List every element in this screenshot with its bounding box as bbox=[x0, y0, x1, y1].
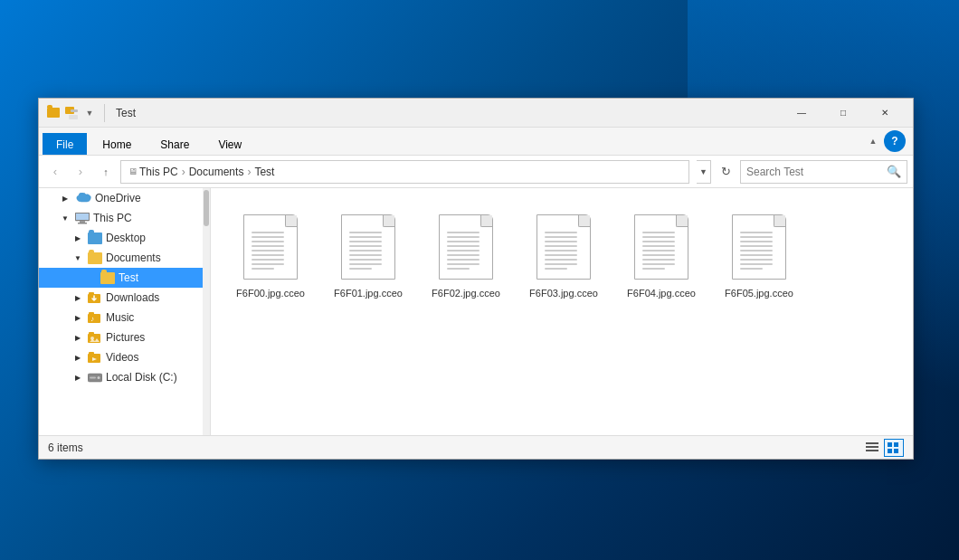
svg-text:♪: ♪ bbox=[90, 315, 94, 323]
details-view-button[interactable] bbox=[862, 439, 882, 457]
onedrive-icon bbox=[75, 193, 91, 204]
refresh-button[interactable]: ↻ bbox=[715, 161, 736, 183]
expand-arrow-music: ▶ bbox=[71, 311, 84, 324]
file-name-f6f00: F6F00.jpg.cceo bbox=[236, 287, 305, 299]
title-dropdown-icon[interactable]: ▼ bbox=[82, 106, 97, 120]
sidebar-scroll: ▶ OneDrive ▼ This PC bbox=[39, 188, 210, 435]
window-title: Test bbox=[116, 107, 781, 119]
titlebar-icon-group: ▼ bbox=[46, 104, 109, 122]
expand-arrow-localdisk: ▶ bbox=[71, 371, 84, 384]
sidebar-scrollbar[interactable] bbox=[203, 188, 210, 435]
sidebar-label-downloads: Downloads bbox=[106, 291, 159, 304]
expand-arrow-onedrive: ▶ bbox=[59, 192, 71, 204]
svg-rect-18 bbox=[866, 442, 878, 444]
up-button[interactable]: ↑ bbox=[95, 161, 117, 183]
pc-icon bbox=[75, 213, 90, 224]
large-icons-view-button[interactable] bbox=[884, 439, 904, 457]
file-item-f6f00[interactable]: F6F00.jpg.cceo bbox=[225, 203, 316, 308]
file-name-f6f05: F6F05.jpg.cceo bbox=[725, 287, 793, 299]
file-item-f6f02[interactable]: F6F02.jpg.cceo bbox=[421, 203, 511, 308]
expand-arrow-test bbox=[84, 271, 97, 284]
sidebar-item-documents[interactable]: ▼ Documents bbox=[39, 248, 210, 268]
file-icon-wrapper-f6f05 bbox=[727, 211, 791, 283]
file-explorer-window: ▼ Test — □ ✕ File Home Share View ▲ ? bbox=[38, 98, 914, 460]
svg-rect-3 bbox=[78, 223, 87, 224]
sidebar-label-videos: Videos bbox=[106, 351, 138, 364]
svg-rect-2 bbox=[80, 221, 85, 223]
svg-rect-19 bbox=[866, 446, 878, 448]
sidebar-item-pictures[interactable]: ▶ Pictures bbox=[39, 327, 210, 347]
path-segment-thispc: 🖥 This PC › bbox=[128, 166, 189, 178]
svg-rect-24 bbox=[894, 449, 898, 453]
maximize-button[interactable]: □ bbox=[822, 99, 864, 128]
sidebar: ▶ OneDrive ▼ This PC bbox=[39, 188, 211, 435]
sidebar-label-thispc: This PC bbox=[93, 212, 132, 224]
search-box: 🔍 bbox=[740, 160, 907, 184]
sidebar-label-onedrive: OneDrive bbox=[95, 192, 141, 204]
file-area: F6F00.jpg.cceo bbox=[211, 188, 913, 435]
sidebar-scrollbar-thumb[interactable] bbox=[204, 190, 209, 226]
back-button[interactable]: ‹ bbox=[44, 161, 66, 183]
expand-arrow-documents: ▼ bbox=[71, 252, 84, 264]
test-folder-icon bbox=[100, 272, 115, 284]
path-dropdown-button[interactable]: ▼ bbox=[697, 160, 711, 184]
file-item-f6f04[interactable]: F6F04.jpg.cceo bbox=[616, 203, 707, 308]
minimize-button[interactable]: — bbox=[781, 99, 822, 128]
sidebar-item-test[interactable]: Test bbox=[39, 268, 210, 288]
file-icon-wrapper-f6f04 bbox=[630, 211, 693, 283]
ribbon: File Home Share View ▲ ? bbox=[39, 128, 913, 156]
titlebar: ▼ Test — □ ✕ bbox=[39, 99, 913, 128]
sidebar-label-desktop: Desktop bbox=[106, 232, 146, 244]
file-item-f6f03[interactable]: F6F03.jpg.cceo bbox=[518, 203, 609, 308]
tab-file[interactable]: File bbox=[43, 133, 87, 155]
expand-arrow-downloads: ▶ bbox=[71, 291, 84, 304]
tab-share[interactable]: Share bbox=[147, 133, 203, 155]
expand-arrow-desktop: ▶ bbox=[71, 232, 84, 244]
svg-rect-10 bbox=[89, 332, 94, 335]
svg-rect-21 bbox=[888, 442, 892, 447]
svg-rect-23 bbox=[888, 449, 892, 453]
sidebar-item-downloads[interactable]: ▶ Downloads bbox=[39, 288, 210, 308]
statusbar: 6 items bbox=[39, 435, 913, 459]
path-segment-test: Test bbox=[254, 166, 274, 178]
addressbar: ‹ › ↑ 🖥 This PC › Documents › Test ▼ bbox=[39, 156, 913, 188]
file-icon-wrapper-f6f00 bbox=[239, 211, 302, 283]
forward-button[interactable]: › bbox=[70, 161, 91, 183]
file-item-f6f01[interactable]: F6F01.jpg.cceo bbox=[323, 203, 413, 308]
file-icon-wrapper-f6f01 bbox=[337, 211, 400, 283]
search-icon[interactable]: 🔍 bbox=[886, 163, 901, 181]
file-icon-wrapper-f6f03 bbox=[532, 211, 595, 283]
svg-rect-20 bbox=[866, 450, 878, 451]
path-segment-documents: Documents › bbox=[189, 166, 255, 178]
sidebar-label-documents: Documents bbox=[106, 252, 161, 264]
svg-rect-17 bbox=[90, 376, 96, 378]
title-folder-icon bbox=[46, 106, 61, 120]
tab-view[interactable]: View bbox=[204, 133, 255, 155]
file-doc-icon-f6f03 bbox=[536, 214, 591, 280]
expand-arrow-videos: ▶ bbox=[71, 351, 84, 364]
close-button[interactable]: ✕ bbox=[864, 99, 906, 128]
search-input[interactable] bbox=[746, 166, 882, 178]
sidebar-item-localdisk[interactable]: ▶ Local Disk (C:) bbox=[39, 367, 210, 387]
sidebar-label-test: Test bbox=[119, 271, 138, 284]
svg-rect-13 bbox=[89, 352, 94, 355]
sidebar-item-onedrive[interactable]: ▶ OneDrive bbox=[39, 188, 210, 208]
sidebar-item-videos[interactable]: ▶ Videos bbox=[39, 347, 210, 367]
help-button[interactable]: ? bbox=[884, 130, 906, 152]
status-count: 6 items bbox=[48, 441, 83, 454]
file-item-f6f05[interactable]: F6F05.jpg.cceo bbox=[714, 203, 804, 308]
sidebar-item-desktop[interactable]: ▶ Desktop bbox=[39, 228, 210, 248]
ribbon-collapse-btn[interactable]: ▲ bbox=[862, 134, 884, 148]
window-controls: — □ ✕ bbox=[781, 99, 906, 128]
titlebar-separator bbox=[104, 104, 105, 122]
sidebar-item-music[interactable]: ▶ ♪ Music bbox=[39, 308, 210, 327]
svg-point-16 bbox=[98, 376, 100, 379]
sidebar-item-thispc[interactable]: ▼ This PC bbox=[39, 208, 210, 228]
view-buttons bbox=[862, 439, 904, 457]
file-doc-icon-f6f01 bbox=[341, 214, 395, 280]
address-path-bar[interactable]: 🖥 This PC › Documents › Test bbox=[120, 160, 689, 184]
file-name-f6f02: F6F02.jpg.cceo bbox=[432, 287, 500, 299]
tab-home[interactable]: Home bbox=[89, 133, 145, 155]
file-name-f6f04: F6F04.jpg.cceo bbox=[627, 287, 696, 299]
file-name-f6f03: F6F03.jpg.cceo bbox=[529, 287, 598, 299]
